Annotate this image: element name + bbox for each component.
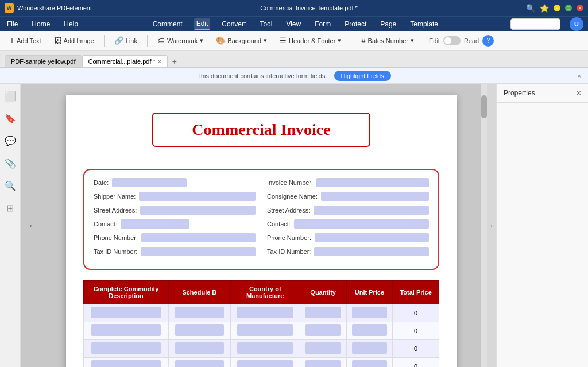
td-quantity[interactable]: [300, 340, 346, 358]
td-schedule[interactable]: [169, 304, 231, 322]
highlight-fields-button[interactable]: Highlight Fields: [334, 71, 391, 81]
contact-2-input[interactable]: [294, 219, 429, 229]
add-image-label: Add Image: [64, 37, 94, 44]
tab-add-button[interactable]: +: [168, 56, 181, 67]
menu-template[interactable]: Template: [408, 19, 440, 29]
phone-1-input[interactable]: [141, 233, 256, 242]
sidebar-layers-icon[interactable]: ⊞: [4, 200, 16, 216]
main-layout: ⬜ 🔖 💬 📎 🔍 ⊞ ‹ Commercial Invoice: [0, 84, 588, 367]
add-image-button[interactable]: 🖼 Add Image: [49, 34, 99, 47]
contact-1-input[interactable]: [121, 219, 189, 229]
td-schedule[interactable]: [169, 340, 231, 358]
notice-close-button[interactable]: ×: [578, 72, 581, 79]
help-icon[interactable]: ?: [482, 35, 494, 47]
td-unit-price[interactable]: [346, 340, 393, 358]
td-schedule[interactable]: [169, 358, 231, 368]
watermark-icon: 🏷: [157, 36, 165, 45]
properties-title: Properties: [504, 89, 535, 97]
sidebar-attachment-icon[interactable]: 📎: [2, 156, 18, 171]
minimize-button[interactable]: −: [554, 5, 560, 11]
td-total-value: 0: [393, 340, 439, 358]
sidebar-bookmark-icon[interactable]: 🔖: [2, 111, 18, 126]
device-button[interactable]: iPhone / iPad: [510, 18, 560, 30]
tab-close-button[interactable]: ×: [158, 59, 161, 65]
contact-1-label: Contact:: [94, 221, 117, 227]
app-name: Wondershare PDFelement: [17, 5, 92, 11]
menu-protect[interactable]: Protect: [342, 19, 369, 29]
phone-1-group: Phone Number:: [94, 233, 256, 242]
consignee-name-input[interactable]: [321, 192, 429, 201]
scroll-right-button[interactable]: ›: [487, 84, 496, 367]
app-icon: W: [5, 3, 14, 13]
sidebar-panel-icon[interactable]: ⬜: [2, 88, 18, 104]
menu-convert[interactable]: Convert: [219, 19, 248, 29]
document-scrollbar[interactable]: [481, 84, 487, 367]
document-content: Commercial Invoice Date: Invoice Number:: [41, 84, 481, 367]
link-button[interactable]: 🔗 Link: [109, 34, 142, 47]
add-text-button[interactable]: T Add Text: [5, 34, 47, 47]
td-schedule[interactable]: [169, 322, 231, 340]
menu-home[interactable]: Home: [29, 19, 52, 29]
invoice-number-input[interactable]: [316, 178, 429, 187]
header-footer-label: Header & Footer: [289, 37, 335, 44]
background-icon: 🎨: [216, 36, 225, 45]
td-quantity[interactable]: [300, 322, 346, 340]
properties-close-button[interactable]: ×: [577, 88, 581, 98]
toggle-knob: [444, 37, 451, 44]
invoice-title: Commercial Invoice: [171, 121, 352, 139]
taxid-2-group: Tax ID Number:: [267, 247, 429, 256]
user-avatar[interactable]: U: [570, 17, 583, 31]
td-unit-price[interactable]: [346, 304, 393, 322]
add-image-icon: 🖼: [54, 36, 61, 45]
td-description[interactable]: [84, 322, 169, 340]
header-footer-button[interactable]: ☰ Header & Footer ▾: [274, 34, 346, 47]
td-description[interactable]: [84, 304, 169, 322]
star-icon[interactable]: ⭐: [540, 4, 549, 13]
td-country[interactable]: [230, 358, 300, 368]
menu-comment[interactable]: Comment: [150, 19, 185, 29]
properties-panel: Properties ×: [496, 84, 588, 367]
tab-pdf-sample[interactable]: PDF-sample yellow.pdf: [5, 55, 82, 67]
street-address-1-input[interactable]: [140, 206, 256, 215]
td-quantity[interactable]: [300, 304, 346, 322]
menu-form[interactable]: Form: [312, 19, 333, 29]
menu-tool[interactable]: Tool: [257, 19, 274, 29]
td-unit-price[interactable]: [346, 358, 393, 368]
tab-commercial-invoice[interactable]: Commercial...plate.pdf * ×: [82, 55, 168, 67]
menu-page[interactable]: Page: [378, 19, 399, 29]
background-button[interactable]: 🎨 Background ▾: [211, 34, 272, 47]
phone-2-input[interactable]: [315, 233, 429, 242]
taxid-2-input[interactable]: [314, 247, 429, 256]
shipper-name-input[interactable]: [139, 192, 256, 201]
td-country[interactable]: [230, 322, 300, 340]
menu-edit[interactable]: Edit: [194, 18, 211, 30]
search-icon[interactable]: 🔍: [526, 4, 535, 13]
td-country[interactable]: [230, 340, 300, 358]
maximize-button[interactable]: □: [565, 5, 572, 11]
scrollbar-thumb[interactable]: [481, 95, 487, 118]
menu-view[interactable]: View: [284, 19, 303, 29]
table-row: 0: [84, 322, 439, 340]
menu-help[interactable]: Help: [61, 19, 80, 29]
street-address-2-input[interactable]: [314, 206, 429, 215]
scroll-left-button[interactable]: ‹: [21, 84, 41, 367]
td-description[interactable]: [84, 358, 169, 368]
taxid-1-input[interactable]: [141, 247, 256, 256]
bates-number-button[interactable]: # Bates Number ▾: [356, 34, 419, 47]
watermark-button[interactable]: 🏷 Watermark ▾: [152, 34, 208, 47]
sidebar-search-icon[interactable]: 🔍: [2, 178, 18, 194]
td-country[interactable]: [230, 304, 300, 322]
col-header-description: Complete Commodity Description: [84, 281, 169, 304]
edit-read-toggle[interactable]: [443, 36, 461, 45]
td-unit-price[interactable]: [346, 322, 393, 340]
form-row-6: Tax ID Number: Tax ID Number:: [94, 247, 429, 256]
sidebar-comment-icon[interactable]: 💬: [2, 133, 18, 149]
notice-bar: This document contains interactive form …: [0, 68, 588, 84]
edit-toggle-group: Edit Read ?: [429, 35, 494, 47]
menu-file[interactable]: File: [5, 19, 20, 29]
td-description[interactable]: [84, 340, 169, 358]
close-button[interactable]: ×: [577, 5, 583, 11]
tab-bar: PDF-sample yellow.pdf Commercial...plate…: [0, 51, 588, 68]
td-quantity[interactable]: [300, 358, 346, 368]
date-input[interactable]: [112, 178, 187, 187]
